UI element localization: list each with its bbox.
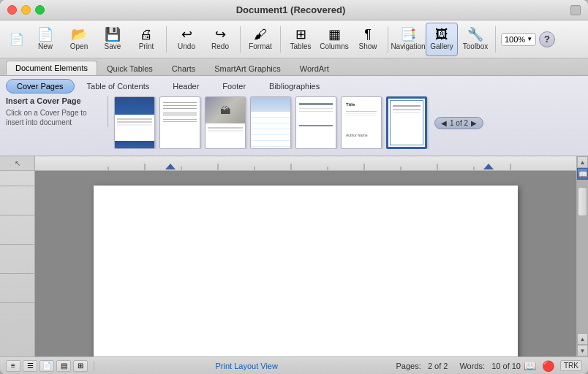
titlebar: Document1 (Recovered) [0, 0, 588, 20]
cover-thumb-1[interactable] [114, 96, 155, 149]
cover-thumb-6[interactable]: Title Author Name [341, 96, 382, 149]
navigation-icon: 📑 [400, 28, 416, 41]
open-label: Open [70, 42, 88, 50]
vertical-ruler [0, 171, 34, 356]
tab-quick-tables[interactable]: Quick Tables [97, 61, 162, 75]
view-icon-4[interactable]: ▤ [56, 360, 71, 372]
next-arrow[interactable]: ▶ [471, 119, 477, 127]
page-indicator[interactable]: ◀ 1 of 2 ▶ [434, 117, 483, 129]
subtab-header[interactable]: Header [162, 79, 210, 94]
cover-section-text: Insert a Cover Page Click on a Cover Pag… [6, 96, 108, 127]
scroll-down-button-1[interactable]: ▲ [577, 333, 588, 345]
cover-thumb-7[interactable] [386, 96, 427, 149]
pages-value: 2 of 2 [428, 362, 448, 370]
traffic-lights [7, 5, 45, 15]
print-layout-view[interactable]: Print Layout View [100, 362, 393, 370]
window-title: Document1 (Recovered) [45, 4, 537, 15]
scroll-up-button[interactable]: ▲ [577, 156, 588, 168]
view-icons: ≡ ☰ 📄 ▤ ⊞ [6, 360, 88, 372]
columns-button[interactable]: ▦ Columns [318, 23, 350, 56]
show-button[interactable]: ¶ Show [352, 23, 384, 56]
navigation-label: Navigation [391, 42, 425, 50]
subtab-table-of-contents[interactable]: Table of Contents [76, 79, 161, 94]
cover-thumb-3[interactable]: 🏔 [205, 96, 246, 149]
view-icon-3[interactable]: 📄 [39, 360, 54, 372]
redo-button[interactable]: ↪ Redo [204, 23, 236, 56]
tab-smartart[interactable]: SmartArt Graphics [205, 61, 290, 75]
undo-button[interactable]: ↩ Undo [170, 23, 203, 56]
save-icon: 💾 [105, 28, 121, 41]
toolbar-sep-1 [166, 26, 167, 53]
cover-thumbnails: 🏔 [108, 96, 582, 149]
close-button[interactable] [7, 5, 17, 15]
trk-badge: TRK [560, 360, 582, 371]
toolbar-doc-icon[interactable]: 📄 [6, 23, 28, 56]
gallery-button[interactable]: 🖼 Gallery [426, 23, 458, 56]
cover-thumb-5[interactable] [295, 96, 336, 149]
open-button[interactable]: 📂 Open [63, 23, 95, 56]
ruler-mark-6 [0, 244, 34, 245]
subtab-cover-pages[interactable]: Cover Pages [6, 79, 75, 94]
bookmark-icon: 📖 [524, 360, 536, 372]
indent-marker[interactable] [169, 156, 179, 171]
ribbon-content: Insert a Cover Page Click on a Cover Pag… [0, 94, 588, 156]
view-icon-2[interactable]: ☰ [23, 360, 37, 372]
prev-arrow[interactable]: ◀ [441, 119, 447, 127]
toolbox-icon: 🔧 [467, 28, 483, 41]
words-label: Words: 10 of 10 [459, 362, 521, 370]
scroll-thumb[interactable] [578, 187, 587, 216]
subtab-footer[interactable]: Footer [211, 79, 257, 94]
document-area: ↖ [0, 156, 588, 356]
format-icon: 🖌 [254, 28, 267, 41]
page-count: 1 of 2 [450, 119, 468, 127]
subtab-bibliographies[interactable]: Bibliographies [258, 79, 331, 94]
print-button[interactable]: 🖨 Print [130, 23, 162, 56]
zoom-dropdown-icon[interactable]: ▼ [527, 36, 532, 42]
navigation-button[interactable]: 📑 Navigation [392, 23, 424, 56]
pages-label: Pages: 2 of 2 [396, 362, 448, 370]
scroll-indicator[interactable]: 📖 [577, 168, 588, 180]
redo-label: Redo [211, 42, 229, 50]
format-label: Format [249, 42, 272, 50]
tables-icon: ⊞ [295, 28, 306, 41]
ruler-mark-7 [0, 215, 34, 215]
redo-icon: ↪ [215, 28, 226, 41]
tables-button[interactable]: ⊞ Tables [284, 23, 317, 56]
scroll-track [577, 180, 588, 333]
tab-wordart[interactable]: WordArt [290, 61, 339, 75]
toolbar-sep-3 [280, 26, 281, 53]
scroll-down-button-2[interactable]: ▼ [577, 345, 588, 356]
insert-cover-hint: Click on a Cover Page to insert into doc… [6, 108, 102, 127]
maximize-button[interactable] [35, 5, 45, 15]
app-window: Document1 (Recovered) 📄 📄 New 📂 Open 💾 S… [0, 0, 588, 374]
toolbox-button[interactable]: 🔧 Toolbox [459, 23, 491, 56]
content-area [35, 156, 576, 356]
tab-charts[interactable]: Charts [162, 61, 205, 75]
print-icon: 🖨 [140, 28, 153, 41]
save-button[interactable]: 💾 Save [97, 23, 129, 56]
status-right: 📖 🔴 TRK [524, 360, 582, 372]
right-scrollbar: ▲ 📖 ▲ ▼ [576, 156, 588, 356]
new-button[interactable]: 📄 New [29, 23, 61, 56]
minimize-button[interactable] [21, 5, 31, 15]
undo-icon: ↩ [181, 28, 192, 41]
view-icon-1[interactable]: ≡ [6, 360, 20, 372]
left-ruler: ↖ [0, 156, 35, 356]
columns-icon: ▦ [328, 28, 341, 41]
format-button[interactable]: 🖌 Format [244, 23, 276, 56]
cover-thumb-4[interactable] [250, 96, 291, 149]
zoom-control[interactable]: 100% ▼ [501, 33, 536, 46]
cover-thumb-2[interactable] [159, 96, 200, 149]
toolbox-label: Toolbox [463, 42, 488, 50]
help-icon: ? [544, 34, 550, 45]
scroll-indicator-icon: 📖 [578, 170, 587, 178]
tab-document-elements[interactable]: Document Elements [6, 61, 97, 75]
print-label: Print [139, 42, 154, 50]
resize-button[interactable] [570, 5, 581, 15]
document-page[interactable] [94, 186, 518, 356]
ruler-icon: ↖ [15, 159, 20, 167]
toolbar-sep-2 [240, 26, 241, 53]
help-button[interactable]: ? [539, 31, 555, 47]
statusbar: ≡ ☰ 📄 ▤ ⊞ Print Layout View Pages: 2 of … [0, 356, 588, 374]
view-icon-5[interactable]: ⊞ [73, 360, 88, 372]
